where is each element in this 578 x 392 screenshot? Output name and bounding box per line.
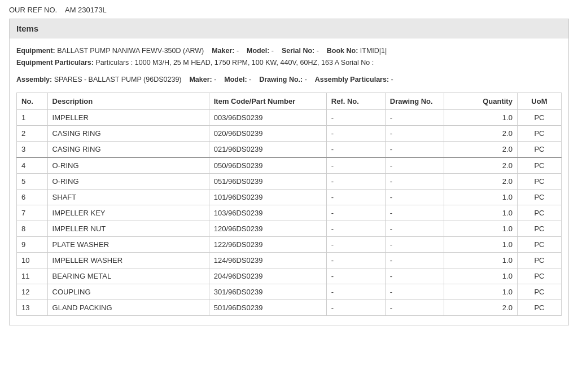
page-wrapper: OUR REF NO. AM 230173L Items Equipment: … [0, 0, 578, 331]
cell-uom: PC [517, 173, 561, 189]
col-header-no: No. [17, 93, 48, 109]
cell-uom: PC [517, 125, 561, 141]
cell-item-code: 301/96DS0239 [209, 284, 326, 299]
assembly-particulars-value: - [391, 76, 393, 83]
col-header-uom: UoM [517, 93, 561, 109]
cell-description: BEARING METAL [47, 268, 209, 284]
cell-quantity: 1.0 [444, 268, 517, 284]
table-row: 8IMPELLER NUT120/96DS0239--1.0PC [17, 221, 562, 236]
cell-item-code: 020/96DS0239 [209, 125, 326, 141]
cell-ref-no: - [326, 189, 385, 205]
ref-no-value: AM 230173L [65, 6, 107, 14]
table-row: 11BEARING METAL204/96DS0239--1.0PC [17, 268, 562, 284]
equipment-label: Equipment: [16, 47, 55, 55]
section-header: Items [9, 19, 569, 38]
cell-drawing-no: - [385, 189, 444, 205]
cell-description: CASING RING [47, 125, 209, 141]
cell-item-code: 101/96DS0239 [209, 189, 326, 205]
cell-ref-no: - [326, 221, 385, 236]
cell-description: GLAND PACKING [47, 299, 209, 315]
col-header-ref-no: Ref. No. [326, 93, 385, 109]
table-row: 3CASING RING021/96DS0239--2.0PC [17, 141, 562, 157]
table-row: 9PLATE WASHER122/96DS0239--1.0PC [17, 236, 562, 252]
cell-quantity: 1.0 [444, 205, 517, 221]
cell-quantity: 1.0 [444, 109, 517, 125]
cell-ref-no: - [326, 284, 385, 299]
table-row: 13GLAND PACKING501/96DS0239--2.0PC [17, 299, 562, 315]
cell-quantity: 2.0 [444, 141, 517, 157]
ref-no-label: OUR REF NO. [9, 6, 57, 14]
cell-drawing-no: - [385, 236, 444, 252]
cell-no: 5 [17, 173, 48, 189]
cell-item-code: 124/96DS0239 [209, 252, 326, 268]
ref-no-line: OUR REF NO. AM 230173L [9, 6, 569, 14]
cell-ref-no: - [326, 141, 385, 157]
cell-ref-no: - [326, 252, 385, 268]
table-row: 4O-RING050/96DS0239--2.0PC [17, 157, 562, 174]
cell-ref-no: - [326, 268, 385, 284]
assembly-model-value: - [249, 76, 251, 83]
assembly-drawing-label: Drawing No.: [259, 76, 303, 83]
cell-uom: PC [517, 221, 561, 236]
col-header-item-code: Item Code/Part Number [209, 93, 326, 109]
cell-no: 1 [17, 109, 48, 125]
cell-description: IMPELLER [47, 109, 209, 125]
cell-description: IMPELLER WASHER [47, 252, 209, 268]
col-header-description: Description [47, 93, 209, 109]
book-label: Book No: [327, 47, 358, 55]
model-value: - [272, 47, 274, 55]
cell-no: 9 [17, 236, 48, 252]
assembly-maker-label: Maker: [189, 76, 212, 83]
cell-uom: PC [517, 141, 561, 157]
cell-uom: PC [517, 236, 561, 252]
table-row: 2CASING RING020/96DS0239--2.0PC [17, 125, 562, 141]
particulars-value: Particulars : 1000 M3/H, 25 M HEAD, 1750… [95, 59, 374, 67]
assembly-drawing-value: - [305, 76, 307, 83]
cell-quantity: 1.0 [444, 252, 517, 268]
cell-item-code: 204/96DS0239 [209, 268, 326, 284]
cell-uom: PC [517, 109, 561, 125]
cell-ref-no: - [326, 109, 385, 125]
cell-description: IMPELLER KEY [47, 205, 209, 221]
assembly-particulars-label: Assembly Particulars: [315, 76, 389, 83]
cell-description: IMPELLER NUT [47, 221, 209, 236]
table-row: 10IMPELLER WASHER124/96DS0239--1.0PC [17, 252, 562, 268]
table-row: 12COUPLING301/96DS0239--1.0PC [17, 284, 562, 299]
cell-no: 11 [17, 268, 48, 284]
book-value: ITMID|1| [360, 47, 387, 55]
cell-uom: PC [517, 205, 561, 221]
cell-ref-no: - [326, 157, 385, 174]
cell-drawing-no: - [385, 205, 444, 221]
cell-quantity: 1.0 [444, 221, 517, 236]
col-header-quantity: Quantity [444, 93, 517, 109]
cell-no: 2 [17, 125, 48, 141]
cell-item-code: 021/96DS0239 [209, 141, 326, 157]
table-row: 7IMPELLER KEY103/96DS0239--1.0PC [17, 205, 562, 221]
cell-item-code: 050/96DS0239 [209, 157, 326, 174]
items-table: No. Description Item Code/Part Number Re… [16, 93, 562, 316]
cell-item-code: 103/96DS0239 [209, 205, 326, 221]
cell-uom: PC [517, 189, 561, 205]
assembly-info: Assembly: SPARES - BALLAST PUMP (96DS023… [16, 74, 562, 86]
equipment-info: Equipment: BALLAST PUMP NANIWA FEWV-350D… [16, 45, 562, 69]
cell-drawing-no: - [385, 125, 444, 141]
cell-item-code: 120/96DS0239 [209, 221, 326, 236]
serial-label: Serial No: [282, 47, 314, 55]
cell-description: SHAFT [47, 189, 209, 205]
cell-drawing-no: - [385, 157, 444, 174]
maker-label: Maker: [212, 47, 234, 55]
equipment-line1: Equipment: BALLAST PUMP NANIWA FEWV-350D… [16, 45, 562, 57]
cell-description: O-RING [47, 157, 209, 174]
cell-ref-no: - [326, 205, 385, 221]
cell-quantity: 2.0 [444, 299, 517, 315]
section-body: Equipment: BALLAST PUMP NANIWA FEWV-350D… [9, 38, 569, 325]
table-row: 5O-RING051/96DS0239--2.0PC [17, 173, 562, 189]
section-title: Items [16, 24, 38, 33]
cell-drawing-no: - [385, 268, 444, 284]
cell-quantity: 2.0 [444, 157, 517, 174]
cell-uom: PC [517, 268, 561, 284]
cell-no: 8 [17, 221, 48, 236]
assembly-maker-value: - [214, 76, 216, 83]
maker-value: - [237, 47, 239, 55]
assembly-line1: Assembly: SPARES - BALLAST PUMP (96DS023… [16, 74, 562, 86]
